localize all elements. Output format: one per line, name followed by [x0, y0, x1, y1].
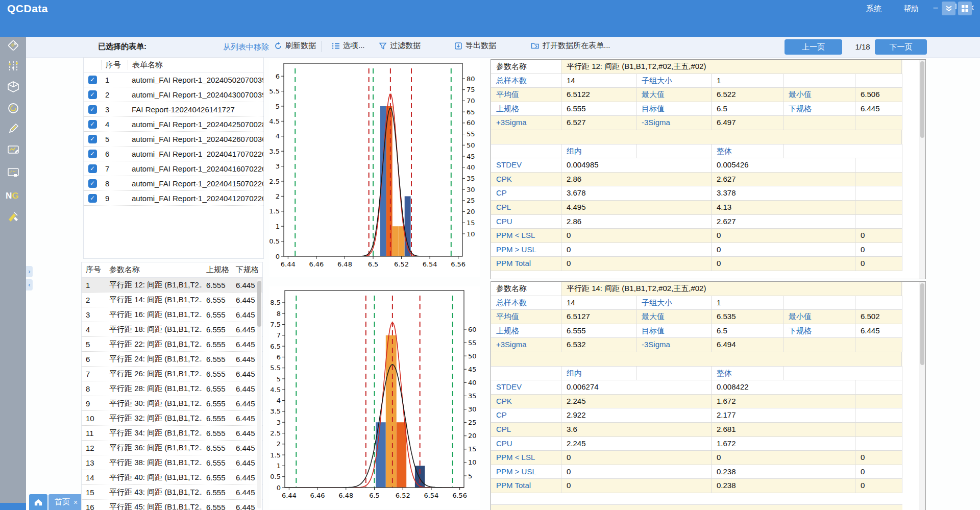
sidebar-item-settings[interactable]: [7, 59, 20, 72]
menu-help[interactable]: 帮助: [903, 4, 919, 14]
checkbox[interactable]: ✓: [88, 194, 97, 203]
expand-panel-handle[interactable]: ›: [26, 266, 33, 277]
stat-label: CP: [491, 186, 561, 200]
usl-value: 6.555: [202, 429, 232, 438]
table-row[interactable]: ✓8automi_FAI Report-1_20240415070220: [84, 176, 263, 191]
tab-homepage[interactable]: 首页 ×: [48, 494, 84, 510]
sidebar-item-tools[interactable]: [7, 210, 20, 224]
lsl-value: 6.445: [232, 414, 258, 423]
table-row[interactable]: 9平行距 30: 间距 (B1,B1,T2...6.5556.445: [82, 396, 262, 411]
stat-label: 平均值: [491, 88, 561, 102]
lsl-value: 6.445: [232, 488, 258, 497]
sidebar-item-chart-hand[interactable]: [7, 166, 20, 180]
param-name-label: 参数名称: [491, 282, 561, 296]
panel-scrollbar-thumb[interactable]: [920, 283, 924, 365]
table-row[interactable]: 1平行距 12: 间距 (B1,B1,T2...6.5556.445: [82, 278, 262, 293]
table-row[interactable]: 3平行距 16: 间距 (B1,B1,T2...6.5556.445: [82, 307, 262, 322]
checkbox[interactable]: ✓: [88, 76, 97, 84]
checkbox[interactable]: ✓: [88, 135, 97, 143]
table-row[interactable]: ✓9automi_FAI Report-1_20240412070220: [84, 191, 263, 206]
row-index: 13: [82, 458, 105, 467]
row-index: 8: [101, 179, 128, 188]
table-row[interactable]: 2平行距 14: 间距 (B1,B1,T2...6.5556.445: [82, 293, 262, 307]
right-axis-tick: 10: [468, 458, 477, 466]
checkbox[interactable]: ✓: [88, 179, 97, 188]
params-scrollbar[interactable]: [257, 279, 261, 508]
param-name: 平行距 14: 间距 (B1,B1,T2...: [105, 295, 202, 305]
param-name: 平行距 28: 间距 (B1,B1,T2...: [105, 384, 202, 394]
panel-scrollbar[interactable]: [919, 60, 925, 279]
menu-system[interactable]: 系统: [866, 4, 881, 14]
table-row[interactable]: 10平行距 32: 间距 (B1,B1,T2...6.5556.445: [82, 411, 262, 426]
within-value: 2.86: [561, 173, 712, 186]
export-data-button[interactable]: 导出数据: [454, 41, 496, 51]
stat-row: STDEV0.0049850.005426: [491, 158, 902, 173]
table-row[interactable]: 8平行距 28: 间距 (B1,B1,T2...6.5556.445: [82, 381, 262, 396]
row-index: 4: [82, 325, 105, 334]
table-row[interactable]: 15平行距 43: 间距 (B1,B1,T2...6.5556.445: [82, 485, 262, 500]
options-button[interactable]: 选项...: [332, 41, 365, 51]
tab-home[interactable]: [29, 494, 47, 510]
collapse-panel-handle[interactable]: ‹: [26, 279, 33, 290]
row-index: 14: [82, 473, 105, 482]
remove-from-list-link[interactable]: 从列表中移除: [223, 42, 269, 52]
stat-label: CPU: [491, 215, 561, 229]
overall-value: 2.627: [712, 173, 855, 186]
table-row[interactable]: ✓7automi_FAI Report-1_20240416070220: [84, 161, 263, 176]
sidebar-item-model[interactable]: [7, 80, 20, 93]
checkbox[interactable]: ✓: [88, 120, 97, 129]
panel-scrollbar-thumb[interactable]: [920, 61, 924, 138]
table-row[interactable]: 7平行距 26: 间距 (B1,B1,T2...6.5556.445: [82, 367, 262, 381]
tab-close-icon[interactable]: ×: [74, 498, 78, 506]
stat-value: 6.445: [855, 102, 902, 116]
checkbox[interactable]: ✓: [88, 105, 97, 114]
sidebar-item-ng[interactable]: NG: [6, 191, 19, 201]
within-value: 0: [561, 479, 712, 493]
table-row[interactable]: 16平行距 45: 间距 (B1,B1,T2...6.5556.445: [82, 500, 262, 510]
table-row[interactable]: ✓5automi_FAI Report-1_20240426070036: [84, 132, 263, 147]
refresh-data-button[interactable]: 刷新数据: [274, 41, 316, 51]
within-value: 2.245: [561, 437, 712, 451]
sidebar-item-target[interactable]: [7, 102, 20, 115]
tab-grid-button[interactable]: [958, 2, 972, 15]
table-row[interactable]: ✓4automi_FAI Report-1_20240425070028: [84, 117, 263, 132]
table-row[interactable]: 11平行距 34: 间距 (B1,B1,T2...6.5556.445: [82, 426, 262, 441]
stat-label: CPK: [491, 395, 561, 408]
table-row[interactable]: 12平行距 36: 间距 (B1,B1,T2...6.5556.445: [82, 441, 262, 455]
stat-label: [783, 74, 855, 88]
checkbox[interactable]: ✓: [88, 90, 97, 99]
sidebar-item-edit[interactable]: [7, 122, 20, 135]
y-axis-tick: 0.5: [270, 237, 280, 245]
sidebar-item-chart-edit[interactable]: [7, 143, 20, 157]
open-source-form-button[interactable]: 打开数据所在表单...: [531, 41, 610, 51]
open-folder-icon: [531, 42, 540, 50]
table-row[interactable]: ✓1automi_FAI Report-1_20240502070039: [84, 72, 263, 87]
panel-scrollbar[interactable]: [919, 282, 925, 510]
table-row[interactable]: 14平行距 40: 间距 (B1,B1,T2...6.5556.445: [82, 470, 262, 485]
checkbox[interactable]: ✓: [88, 164, 97, 173]
minimize-button[interactable]: –: [929, 3, 942, 12]
checkbox[interactable]: ✓: [88, 150, 97, 158]
table-row[interactable]: ✓3FAI Report-120240426141727: [84, 102, 263, 117]
y-axis-tick: 1: [276, 223, 280, 230]
table-row[interactable]: 5平行距 22: 间距 (B1,B1,T2...6.5556.445: [82, 337, 262, 352]
params-table-header: 序号 参数名称 上规格 下规格: [82, 262, 262, 278]
sidebar-item-tag[interactable]: [7, 39, 20, 52]
right-axis-tick: 80: [467, 75, 475, 83]
table-row[interactable]: ✓2automi_FAI Report-1_20240430070039: [84, 87, 263, 102]
table-row[interactable]: 4平行距 18: 间距 (B1,B1,T2...6.5556.445: [82, 322, 262, 337]
table-row[interactable]: 13平行距 38: 间距 (B1,B1,T2...6.5556.445: [82, 455, 262, 470]
lsl-value: 6.445: [232, 429, 258, 438]
stat-value: [855, 116, 902, 130]
filter-data-button[interactable]: 过滤数据: [379, 41, 421, 51]
table-row[interactable]: ✓6automi_FAI Report-1_20240417070220: [84, 147, 263, 161]
prev-page-button[interactable]: 上一页: [785, 39, 842, 55]
next-section-partial-row: [491, 504, 902, 510]
collapse-tabs-button[interactable]: [942, 2, 955, 15]
stat-row: CPL3.62.681: [491, 423, 902, 437]
next-page-button[interactable]: 下一页: [875, 39, 927, 55]
table-row[interactable]: 6平行距 24: 间距 (B1,B1,T2...6.5556.445: [82, 352, 262, 367]
params-scrollbar-thumb[interactable]: [257, 281, 261, 327]
row-index: 9: [82, 399, 105, 408]
stat-cell: [783, 144, 902, 158]
